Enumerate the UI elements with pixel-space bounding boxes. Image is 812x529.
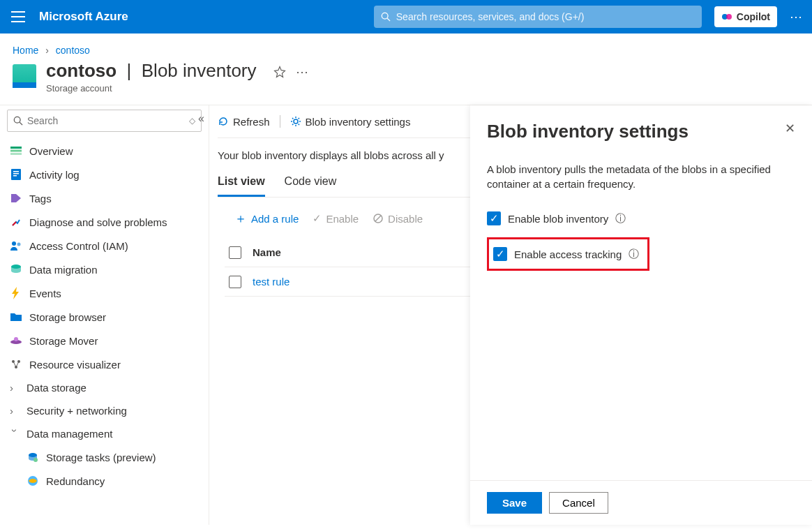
svg-point-3	[726, 14, 732, 20]
row-checkbox[interactable]	[229, 276, 241, 288]
sidebar-item-tags[interactable]: Tags	[0, 186, 204, 210]
sidebar-group-data-management[interactable]: ›Data management	[0, 422, 204, 445]
svg-line-26	[375, 216, 381, 221]
checkmark-icon: ✓	[313, 212, 322, 225]
more-actions-icon[interactable]: ⋯	[296, 64, 308, 80]
close-icon[interactable]: ✕	[785, 121, 795, 136]
copilot-label: Copilot	[737, 11, 770, 22]
checkbox-checked-icon[interactable]: ✓	[493, 247, 507, 261]
sidebar-item-label: Activity log	[29, 169, 80, 181]
column-header-name[interactable]: Name	[253, 246, 281, 258]
option-enable-inventory[interactable]: ✓ Enable blob inventory ⓘ	[487, 207, 795, 230]
collapse-sidebar-icon[interactable]: «	[198, 112, 204, 125]
sidebar-item-redundancy[interactable]: Redundancy	[0, 469, 204, 493]
highlighted-option: ✓ Enable access tracking ⓘ	[487, 237, 649, 271]
sidebar-item-overview[interactable]: Overview	[0, 139, 204, 163]
sidebar-item-label: Redundancy	[46, 475, 105, 487]
breadcrumb-home[interactable]: Home	[13, 45, 38, 56]
option-label: Enable access tracking	[514, 248, 622, 260]
sidebar-item-storage-mover[interactable]: Storage Mover	[0, 329, 204, 352]
log-icon	[10, 168, 22, 181]
sidebar-item-label: Resource visualizer	[29, 359, 121, 371]
sidebar-item-label: Diagnose and solve problems	[29, 216, 167, 228]
sidebar-item-data-migration[interactable]: Data migration	[0, 258, 204, 281]
sidebar-item-storage-tasks[interactable]: Storage tasks (preview)	[0, 445, 204, 469]
svg-rect-6	[10, 147, 22, 149]
sidebar: ◇ « Overview Activity log Tags Diagnose …	[0, 105, 209, 525]
chevron-right-icon: ›	[10, 382, 20, 394]
plus-icon: ＋	[234, 210, 247, 227]
info-icon[interactable]: ⓘ	[615, 212, 626, 225]
sidebar-item-iam[interactable]: Access Control (IAM)	[0, 234, 204, 258]
sidebar-item-diagnose[interactable]: Diagnose and solve problems	[0, 210, 204, 234]
resource-header: contoso | Blob inventory Storage account…	[0, 60, 812, 105]
sidebar-item-label: Tags	[29, 193, 52, 204]
hamburger-menu-icon[interactable]	[8, 7, 28, 27]
copilot-button[interactable]: Copilot	[714, 6, 777, 27]
tab-list-view[interactable]: List view	[218, 171, 265, 197]
page-title: contoso | Blob inventory	[46, 60, 257, 82]
checkbox-checked-icon[interactable]: ✓	[487, 211, 501, 225]
workspace: ◇ « Overview Activity log Tags Diagnose …	[0, 105, 812, 525]
add-rule-label: Add a rule	[251, 213, 299, 225]
svg-point-13	[12, 241, 16, 246]
sidebar-item-events[interactable]: Events	[0, 281, 204, 305]
search-icon	[13, 116, 23, 126]
svg-point-0	[382, 13, 388, 19]
search-icon	[381, 12, 391, 22]
sidebar-group-security[interactable]: ›Security + networking	[0, 399, 204, 422]
global-search-input[interactable]	[396, 11, 695, 22]
info-icon[interactable]: ⓘ	[629, 248, 639, 261]
refresh-label: Refresh	[233, 116, 270, 128]
copilot-icon	[721, 11, 732, 22]
sidebar-search-input[interactable]	[27, 115, 185, 126]
settings-button[interactable]: Blob inventory settings	[290, 116, 411, 128]
globe-icon	[27, 475, 39, 487]
svg-point-22	[33, 458, 38, 462]
resource-type: Storage account	[46, 83, 257, 94]
sidebar-item-storage-browser[interactable]: Storage browser	[0, 305, 204, 329]
option-label: Enable blob inventory	[508, 213, 608, 225]
breadcrumb-resource[interactable]: contoso	[56, 45, 90, 56]
refresh-button[interactable]: Refresh	[218, 116, 270, 128]
svg-rect-9	[11, 169, 21, 180]
cancel-button[interactable]: Cancel	[549, 492, 608, 514]
svg-point-14	[17, 243, 21, 246]
panel-description: A blob inventory pulls the metadata of t…	[487, 162, 795, 191]
svg-rect-11	[13, 173, 19, 174]
favorite-icon[interactable]	[273, 66, 286, 78]
lightning-icon	[10, 287, 22, 299]
refresh-icon	[218, 116, 229, 127]
gear-icon	[290, 116, 301, 127]
enable-button: ✓ Enable	[313, 212, 359, 225]
tasks-icon	[27, 451, 39, 463]
rule-name-link[interactable]: test rule	[253, 276, 290, 288]
option-enable-tracking[interactable]: ✓ Enable access tracking ⓘ	[493, 242, 639, 266]
enable-label: Enable	[326, 213, 359, 225]
sidebar-item-activity-log[interactable]: Activity log	[0, 163, 204, 186]
svg-rect-12	[13, 175, 17, 177]
sidebar-group-label: Data management	[27, 428, 112, 440]
sidebar-group-data-storage[interactable]: ›Data storage	[0, 376, 204, 399]
tab-code-view[interactable]: Code view	[285, 171, 337, 197]
add-rule-button[interactable]: ＋ Add a rule	[234, 210, 299, 227]
sidebar-search[interactable]: ◇	[7, 110, 202, 132]
expand-icon[interactable]: ◇	[189, 116, 195, 126]
panel-footer: Save Cancel	[470, 480, 812, 525]
chevron-right-icon: ›	[10, 405, 20, 417]
panel-title: Blob inventory settings	[487, 121, 689, 142]
sidebar-item-label: Storage tasks (preview)	[46, 452, 156, 463]
topbar: Microsoft Azure Copilot ⋯	[0, 0, 812, 33]
svg-rect-8	[10, 153, 22, 155]
global-search[interactable]	[374, 6, 702, 28]
sidebar-item-resource-visualizer[interactable]: Resource visualizer	[0, 352, 204, 376]
sidebar-scroll[interactable]: Overview Activity log Tags Diagnose and …	[0, 136, 204, 525]
chevron-right-icon: ›	[45, 45, 49, 56]
disable-button: Disable	[373, 213, 423, 225]
save-button[interactable]: Save	[487, 492, 542, 514]
more-icon[interactable]: ⋯	[790, 9, 804, 24]
svg-point-4	[14, 117, 20, 123]
select-all-checkbox[interactable]	[229, 246, 241, 259]
svg-point-17	[14, 337, 18, 341]
migration-icon	[10, 263, 22, 276]
